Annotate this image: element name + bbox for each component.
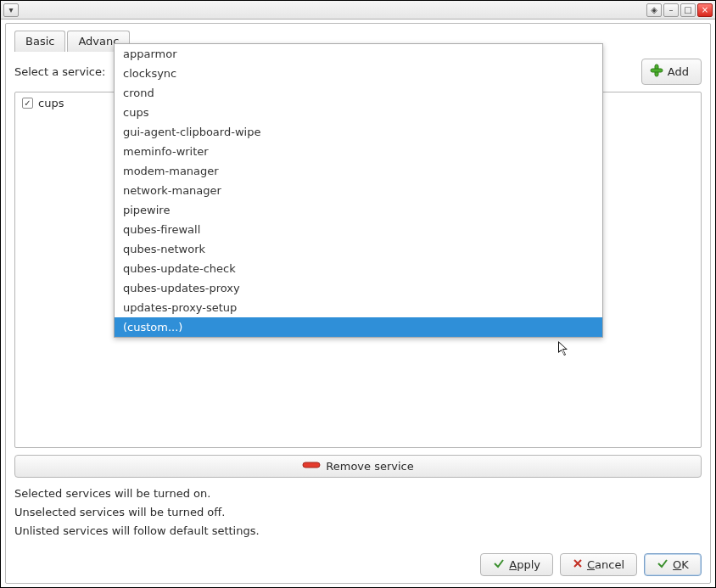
inner-frame: Basic Advanc Select a service: Add [5,23,711,584]
dropdown-item[interactable]: modem-manager [115,161,602,181]
window-shade-button[interactable]: ◈ [646,3,662,17]
service-dropdown[interactable]: apparmorclocksynccrondcupsgui-agent-clip… [114,43,603,338]
window-close-button[interactable]: × [697,3,713,17]
svg-rect-1 [651,69,663,72]
list-item-label: cups [38,97,64,109]
add-button[interactable]: Add [641,59,702,85]
help-text: Selected services will be turned on. Uns… [14,484,702,540]
dropdown-item[interactable]: network-manager [115,181,602,200]
svg-rect-2 [303,462,320,468]
ok-label: OK [673,558,689,571]
ok-icon [657,557,668,572]
select-service-label: Select a service: [14,65,105,78]
checkbox[interactable]: ✓ [22,98,33,109]
help-line-3: Unlisted services will follow default se… [14,522,702,540]
dropdown-item[interactable]: qubes-network [115,239,602,259]
apply-label: Apply [509,558,540,571]
dropdown-item[interactable]: (custom...) [115,317,602,337]
cancel-label: Cancel [587,558,624,571]
client-area: Basic Advanc Select a service: Add [1,20,715,587]
help-line-2: Unselected services will be turned off. [14,503,702,522]
dropdown-item[interactable]: qubes-updates-proxy [115,278,602,298]
tab-basic[interactable]: Basic [14,31,65,52]
dropdown-item[interactable]: updates-proxy-setup [115,298,602,317]
dropdown-item[interactable]: pipewire [115,200,602,220]
ok-button[interactable]: OK [644,553,702,576]
window-maximize-button[interactable]: □ [680,3,696,17]
dropdown-item[interactable]: apparmor [115,44,602,64]
cancel-button[interactable]: Cancel [560,553,637,576]
dropdown-item[interactable]: clocksync [115,64,602,83]
check-icon [493,557,505,572]
dropdown-item[interactable]: meminfo-writer [115,142,602,161]
minus-icon [302,460,321,473]
window-minimize-button[interactable]: – [663,3,679,17]
dropdown-item[interactable]: qubes-firewall [115,220,602,239]
apply-button[interactable]: Apply [480,553,553,576]
window-menu-button[interactable]: ▾ [3,3,19,17]
titlebar: ▾ ◈ – □ × [1,1,715,20]
help-line-1: Selected services will be turned on. [14,484,702,503]
dropdown-item[interactable]: crond [115,83,602,103]
window-frame: ▾ ◈ – □ × Basic Advanc Select a service: [0,0,716,588]
add-button-label: Add [668,65,689,78]
plus-icon [649,63,664,81]
remove-service-label: Remove service [326,460,413,473]
dropdown-item[interactable]: qubes-update-check [115,259,602,278]
footer-buttons: Apply Cancel OK [480,553,702,576]
x-icon [573,558,583,571]
dropdown-item[interactable]: cups [115,103,602,122]
remove-service-button[interactable]: Remove service [14,455,702,478]
dropdown-item[interactable]: gui-agent-clipboard-wipe [115,122,602,142]
